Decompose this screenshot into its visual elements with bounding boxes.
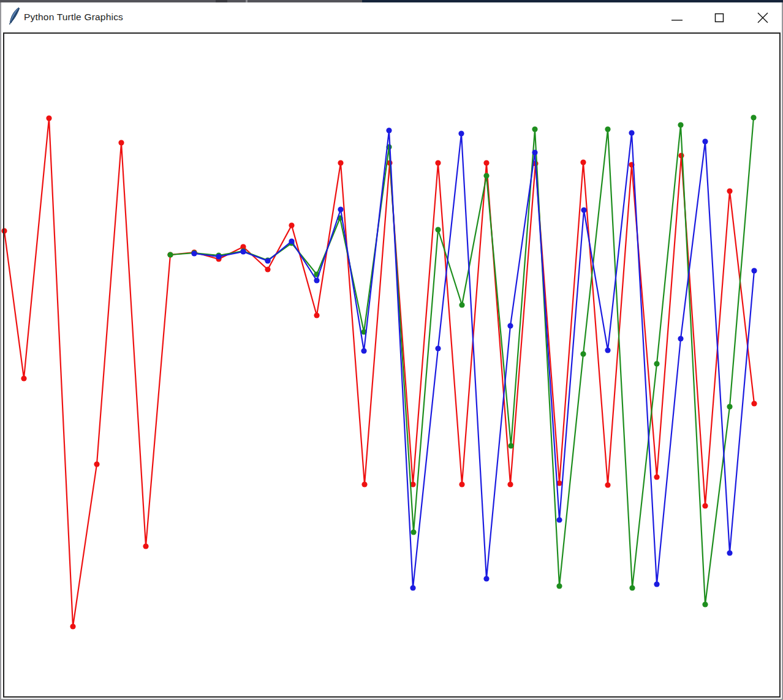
canvas-border — [3, 32, 781, 698]
window-edge-left — [0, 2, 1, 700]
close-button[interactable] — [752, 7, 773, 28]
title-bar: Python Turtle Graphics — [0, 2, 783, 32]
maximize-icon — [713, 11, 726, 24]
close-icon — [756, 11, 770, 24]
background-window-strip — [0, 0, 783, 2]
strip-segment — [246, 0, 248, 2]
strip-segment — [362, 0, 783, 2]
window-title: Python Turtle Graphics — [24, 12, 123, 23]
minimize-button[interactable] — [667, 7, 687, 28]
tk-feather-icon — [8, 7, 23, 25]
maximize-button[interactable] — [709, 7, 730, 28]
minimize-icon — [670, 11, 684, 24]
strip-segment — [0, 0, 362, 2]
strip-segment — [216, 0, 227, 2]
